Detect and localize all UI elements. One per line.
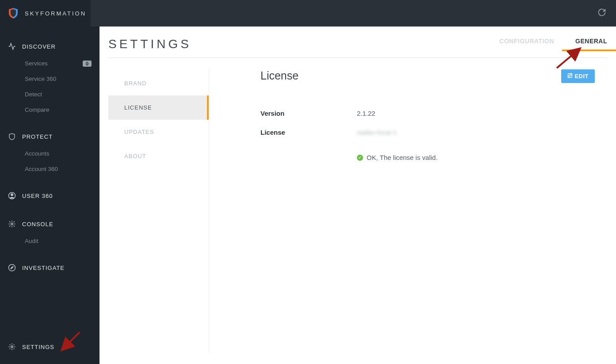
subnav-updates[interactable]: UPDATES	[108, 120, 209, 144]
kv-license: License nadav-local-1	[260, 129, 595, 136]
shield-logo-icon	[9, 8, 18, 19]
license-panel: License EDIT Version 2.1.22 License	[209, 69, 607, 352]
license-status-text: OK, The license is valid.	[367, 154, 438, 161]
nav-investigate[interactable]: INVESTIGATE	[0, 258, 99, 277]
nav-discover[interactable]: DISCOVER	[0, 37, 99, 56]
nav-item-account360[interactable]: Account 360	[0, 161, 99, 177]
svg-point-5	[11, 346, 13, 348]
subnav-about[interactable]: ABOUT	[108, 144, 209, 168]
nav-console-label: CONSOLE	[22, 221, 54, 228]
activity-icon	[8, 42, 16, 50]
tab-configuration[interactable]: CONFIGURATION	[499, 38, 554, 51]
subnav-license[interactable]: LICENSE	[108, 95, 209, 120]
check-circle-icon: ✓	[357, 155, 363, 161]
topbar: SKYFORMATION	[0, 0, 616, 27]
nav-protect-label: PROTECT	[22, 133, 53, 140]
shield-icon	[8, 133, 16, 140]
page-header: SETTINGS CONFIGURATION GENERAL	[108, 37, 607, 58]
kv-license-value: nadav-local-1	[357, 129, 397, 136]
nav-settings[interactable]: SETTINGS	[0, 337, 99, 356]
nav-item-audit[interactable]: Audit	[0, 233, 99, 249]
nav-console[interactable]: CONSOLE	[0, 215, 99, 233]
panel-title: License	[260, 69, 298, 82]
services-count-badge: 0	[83, 61, 92, 67]
kv-version-value: 2.1.22	[357, 110, 375, 117]
license-status: ✓ OK, The license is valid.	[357, 154, 595, 161]
kv-version: Version 2.1.22	[260, 110, 595, 117]
nav-item-detect[interactable]: Detect	[0, 87, 99, 102]
nav-item-compare[interactable]: Compare	[0, 102, 99, 118]
svg-point-1	[11, 194, 13, 196]
nav-user360-label: USER 360	[22, 193, 53, 199]
tab-general[interactable]: GENERAL	[575, 38, 607, 51]
console-icon	[8, 220, 16, 228]
user-icon	[8, 192, 16, 200]
nav-protect[interactable]: PROTECT	[0, 127, 99, 146]
nav-user360[interactable]: USER 360	[0, 186, 99, 205]
svg-marker-4	[11, 266, 13, 269]
nav-settings-label: SETTINGS	[22, 344, 54, 350]
refresh-icon[interactable]	[597, 8, 606, 19]
nav-item-service360[interactable]: Service 360	[0, 71, 99, 87]
nav-item-accounts[interactable]: Accounts	[0, 146, 99, 161]
edit-button[interactable]: EDIT	[561, 69, 595, 83]
settings-subnav: BRAND LICENSE UPDATES ABOUT	[108, 69, 209, 352]
kv-license-key: License	[260, 129, 357, 136]
sidebar: DISCOVER Services 0 Service 360 Detect C…	[0, 27, 99, 364]
nav-item-services[interactable]: Services 0	[0, 56, 99, 71]
subnav-brand[interactable]: BRAND	[108, 71, 209, 95]
edit-button-label: EDIT	[574, 73, 589, 80]
topbar-brand[interactable]: SKYFORMATION	[0, 0, 91, 27]
gear-icon	[8, 343, 16, 351]
nav-investigate-label: INVESTIGATE	[22, 265, 65, 271]
kv-version-key: Version	[260, 110, 357, 117]
main-content: SETTINGS CONFIGURATION GENERAL BRAND LIC…	[99, 27, 616, 364]
svg-point-2	[11, 223, 13, 225]
nav-discover-label: DISCOVER	[22, 43, 56, 50]
edit-icon	[567, 73, 573, 80]
brand-name: SKYFORMATION	[25, 10, 86, 17]
page-tabs: CONFIGURATION GENERAL	[499, 38, 607, 51]
compass-icon	[8, 264, 16, 272]
page-title: SETTINGS	[108, 37, 191, 51]
